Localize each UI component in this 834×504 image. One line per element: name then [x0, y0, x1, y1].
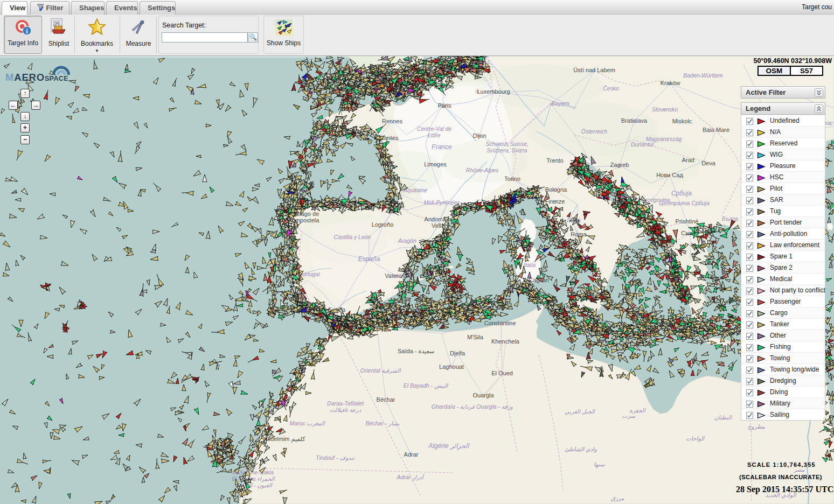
svg-text:مرزق: مرزق [611, 495, 624, 502]
svg-text:Prishtinë: Prishtinë [676, 218, 699, 225]
svg-text:Tindouf - تندوف: Tindouf - تندوف [316, 454, 355, 461]
svg-text:El Oued: El Oued [491, 370, 513, 376]
svg-text:سرت: سرت [622, 412, 636, 419]
svg-text:Zagreb: Zagreb [610, 162, 629, 168]
svg-text:España: España [358, 255, 380, 263]
svg-text:кас: кас [824, 120, 833, 126]
svg-text:Österreich: Österreich [581, 128, 608, 135]
svg-text:Béchar: Béchar [377, 396, 395, 403]
svg-text:Oriental الشرقية: Oriental الشرقية [360, 367, 401, 374]
svg-text:Adrar: Adrar [404, 451, 419, 458]
svg-text:Béchar - بشار: Béchar - بشار [365, 420, 399, 427]
svg-text:Bratislava: Bratislava [621, 117, 648, 124]
svg-text:سبها: سبها [594, 461, 604, 468]
svg-text:Rhône-Alpes: Rhône-Alpes [466, 167, 499, 173]
svg-text:Kraków: Kraków [661, 80, 680, 86]
svg-text:Saïda - سعيدة: Saïda - سعيدة [398, 348, 434, 354]
svg-text:France: France [432, 143, 452, 151]
svg-text:Centre-Val de: Centre-Val de [417, 125, 452, 132]
svg-text:Deva: Deva [701, 160, 716, 166]
svg-text:Baden-Württem: Baden-Württem [683, 72, 723, 79]
svg-text:Бълга: Бълга [722, 215, 738, 222]
svg-text:Србија: Србија [671, 190, 692, 197]
svg-text:مطروح: مطروح [748, 423, 765, 430]
svg-text:Ouargla - ورقة: Ouargla - ورقة [476, 403, 512, 410]
svg-text:Bologna: Bologna [545, 186, 567, 193]
svg-text:Svizzera, Svizra: Svizzera, Svizra [486, 147, 527, 153]
svg-text:الواحات: الواحات [686, 435, 705, 442]
svg-text:Ouargla: Ouargla [472, 392, 494, 398]
svg-text:Dijon: Dijon [472, 132, 486, 139]
svg-text:Ústí nad Labem: Ústí nad Labem [573, 67, 615, 73]
svg-text:Castilla y León: Castilla y León [334, 234, 371, 240]
svg-text:Constantine: Constantine [484, 320, 516, 326]
svg-text:Ghardaïa - غرداية: Ghardaïa - غرداية [432, 403, 475, 410]
svg-text:Midi-Pyrénées: Midi-Pyrénées [423, 199, 460, 206]
svg-text:الجبل الغربي: الجبل الغربي [565, 408, 595, 415]
svg-text:Torino: Torino [504, 176, 520, 182]
svg-text:Logroño: Logroño [372, 221, 393, 228]
svg-text:Aragón: Aragón [398, 237, 416, 244]
svg-text:Baia Mare: Baia Mare [703, 127, 729, 133]
svg-text:Централна Србија: Централна Србија [659, 200, 710, 206]
svg-text:Rennes: Rennes [382, 118, 402, 124]
svg-text:Miskolc: Miskolc [672, 118, 692, 124]
svg-text:Schweiz, Suisse,: Schweiz, Suisse, [485, 141, 528, 147]
svg-text:Maroc المغرب: Maroc المغرب [289, 420, 325, 427]
svg-text:Paris: Paris [437, 102, 451, 109]
svg-text:درعة تافيلالت: درعة تافيلالت [330, 407, 362, 414]
svg-text:Laghouat: Laghouat [439, 363, 464, 370]
svg-text:Česko: Česko [603, 85, 619, 92]
svg-text:El Bayadh - البيض: El Bayadh - البيض [404, 382, 449, 389]
svg-text:Trento: Trento [546, 157, 563, 164]
svg-text:Limoges: Limoges [424, 161, 447, 167]
svg-text:Adrar آدرار: Adrar آدرار [396, 474, 425, 481]
svg-text:Khenchela: Khenchela [491, 338, 520, 345]
svg-text:Luxembourg: Luxembourg [477, 88, 510, 95]
svg-text:Dunántúl: Dunántúl [631, 141, 654, 148]
svg-text:وادي الشاطئ: وادي الشاطئ [565, 446, 597, 453]
svg-text:M'Sila: M'Sila [467, 334, 483, 340]
svg-text:البطنان: البطنان [714, 414, 732, 421]
svg-text:Italia: Italia [524, 262, 536, 268]
svg-text:Algérie الجزائر: Algérie الجزائر [428, 442, 470, 450]
svg-text:Slovensko: Slovensko [652, 106, 678, 113]
svg-text:Arad: Arad [682, 157, 694, 163]
svg-text:Loire: Loire [428, 132, 441, 138]
svg-text:Djelfa: Djelfa [450, 350, 465, 356]
svg-text:Bayern: Bayern [551, 100, 569, 107]
svg-text:Daraa-Tafilalet: Daraa-Tafilalet [327, 400, 364, 407]
svg-text:Нови Сад: Нови Сад [656, 172, 683, 178]
